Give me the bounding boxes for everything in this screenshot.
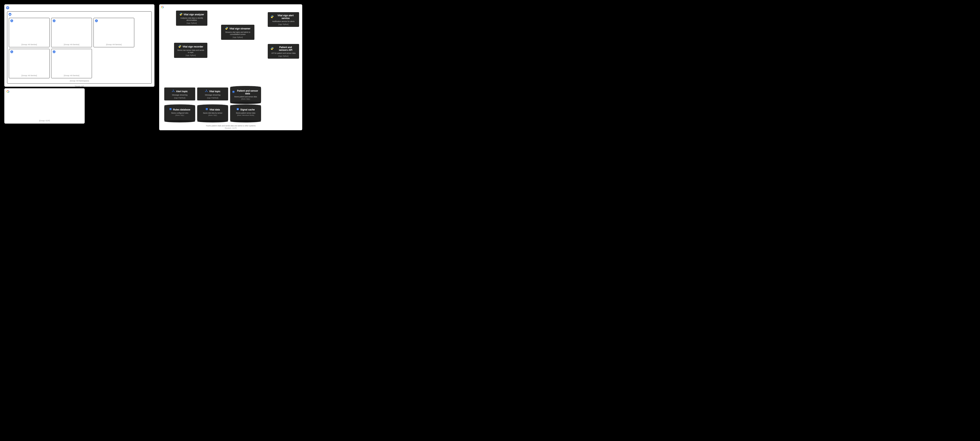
sql-icon	[169, 108, 172, 111]
sql-icon	[205, 108, 208, 111]
node-meta: [App: Python]	[224, 36, 252, 38]
node-title: Vital data	[209, 108, 220, 111]
node-desc: Streams vital signs and alerts to consol…	[224, 31, 252, 35]
gcp-description: Tracks patient vitals and sends data and…	[159, 125, 302, 127]
redis-icon	[236, 108, 239, 111]
node-title: Vital sign recorder	[183, 45, 203, 48]
service-label: [Group: K8 Service]	[51, 43, 92, 46]
service-label: [Group: K8 Service]	[9, 74, 49, 77]
node-meta: [App: Python]	[270, 55, 296, 57]
node-desc: Stores patient sensor data	[232, 112, 259, 114]
node-desc: Stores raw sensor data and sends to topi…	[177, 49, 205, 54]
patient-sensors-api-node: Patient and sensors API API for patient …	[268, 44, 299, 59]
node-meta: [App: Python]	[177, 54, 205, 56]
k8-service-box: [Group: K8 Service]	[51, 49, 92, 78]
k8-service-box: [Group: K8 Service]	[94, 18, 134, 47]
namespace-icon	[8, 13, 11, 16]
python-icon	[179, 13, 183, 16]
service-icon	[10, 50, 13, 53]
gcp-cloud-icon	[6, 90, 10, 93]
service-label: [Group: K8 Service]	[9, 43, 49, 46]
vital-sign-analyzer-node: Vital sign analyzer Analyzes vital data …	[176, 11, 207, 26]
vital-sign-alert-service-node: Vital sign alert service Notification se…	[268, 12, 299, 27]
node-desc: Notification service for alerts	[270, 21, 296, 22]
node-meta: [App: Python]	[179, 22, 205, 24]
node-desc: Stores patient and sensor data	[232, 96, 259, 98]
node-title: Patient and sensors API	[275, 46, 296, 51]
k8-namespace-box: [Group: K8 Service] [Group: K8 Service] …	[7, 11, 152, 83]
node-title: Alert topic	[176, 90, 188, 93]
service-label: [Group: K8 Service]	[94, 43, 134, 46]
service-icon	[52, 50, 56, 53]
node-meta: [Store: SQL]	[232, 98, 259, 100]
k8-group-label: [Group: K8]	[6, 85, 153, 88]
gcp-cloud-icon	[160, 5, 164, 9]
service-icon	[95, 19, 98, 22]
service-label: [Group: K8 Service]	[51, 74, 92, 77]
k8-service-box: [Group: K8 Service]	[51, 18, 92, 47]
sql-icon	[232, 91, 235, 94]
gcp-small-panel: [Group: GCP]	[4, 88, 85, 124]
namespace-label: [Group: K8 Namespace]	[9, 79, 150, 83]
gcp-system-label: [System: GCP]	[159, 127, 302, 129]
vital-sign-recorder-node: Vital sign recorder Stores raw sensor da…	[174, 43, 207, 58]
node-meta: [Store: Memstore Redis]	[232, 114, 259, 116]
node-title: Rules database	[173, 108, 190, 111]
vital-topic-node: Vital topic Message streaming [App: Pub/…	[197, 88, 228, 101]
python-icon	[270, 15, 274, 19]
node-title: Vital sign streamer	[229, 27, 250, 30]
alert-topic-node: Alert topic Message streaming [App: Pub/…	[164, 88, 195, 101]
k8-group-panel: [Group: K8 Service] [Group: K8 Service] …	[4, 4, 154, 87]
node-desc: Saves vital data by sensor	[199, 112, 226, 114]
python-icon	[270, 47, 274, 51]
kubernetes-icon	[6, 6, 10, 10]
k8-service-box: [Group: K8 Service]	[9, 49, 49, 78]
k8-service-box: [Group: K8 Service]	[9, 18, 49, 47]
signal-cache-store: Signal cache Stores patient sensor data …	[230, 105, 261, 121]
node-desc: Analyzes vital data to identify abnormal…	[179, 17, 205, 21]
service-icon	[52, 19, 56, 22]
node-title: Vital sign analyzer	[184, 13, 204, 16]
node-meta: [Store: SQL]	[199, 114, 226, 116]
vital-sign-streamer-node: Vital sign streamer Streams vital signs …	[221, 25, 255, 40]
node-meta: [Store: SQL]	[166, 114, 193, 116]
node-title: Vital topic	[209, 90, 220, 93]
node-title: Vital sign alert service	[275, 14, 296, 20]
vital-data-store: Vital data Saves vital data by sensor [S…	[197, 105, 228, 121]
gcp-system-panel: Vital sign analyzer Analyzes vital data …	[159, 4, 302, 130]
node-desc: Stores configured rules	[166, 112, 193, 114]
node-title: Signal cache	[240, 108, 255, 111]
node-title: Patient and sensor data	[236, 89, 259, 95]
node-meta: [App: Python]	[270, 23, 296, 25]
node-desc: Message streaming	[200, 94, 225, 96]
python-icon	[178, 45, 181, 48]
gcp-small-label: [Group: GCP]	[4, 119, 85, 122]
pubsub-icon	[172, 89, 175, 93]
node-desc: API for patient and sensor data	[270, 52, 296, 54]
patient-sensor-data-store: Patient and sensor data Stores patient a…	[230, 87, 261, 103]
rules-database-store: Rules database Stores configured rules […	[164, 105, 195, 121]
node-meta: [App: Pub/Sub]	[200, 97, 225, 99]
node-meta: [App: Pub/Sub]	[167, 97, 192, 99]
service-icon	[10, 19, 13, 22]
pubsub-icon	[205, 89, 208, 93]
node-desc: Message streaming	[167, 94, 192, 96]
python-icon	[225, 27, 228, 30]
